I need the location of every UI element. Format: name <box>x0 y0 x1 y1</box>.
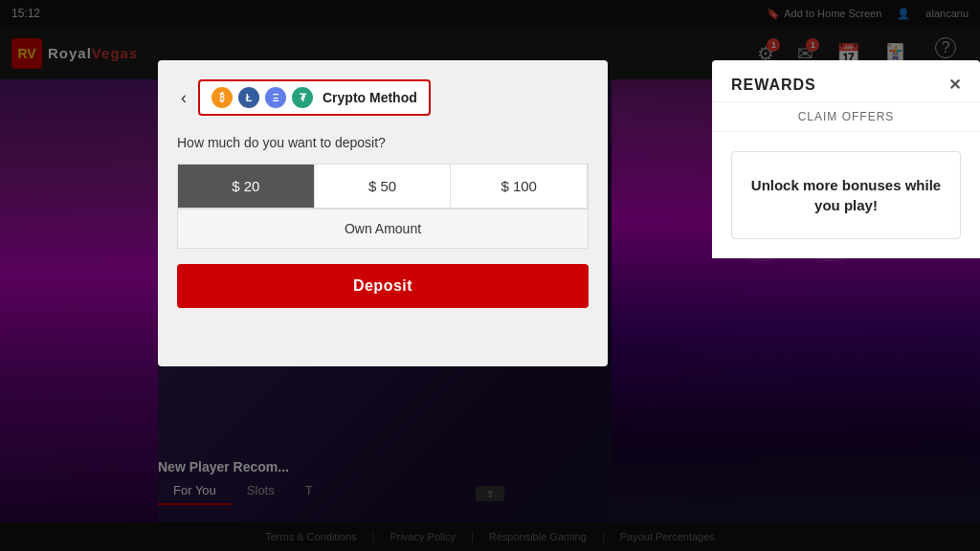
close-rewards-button[interactable]: ✕ <box>948 76 961 94</box>
rewards-title: REWARDS <box>731 77 816 94</box>
own-amount-button[interactable]: Own Amount <box>178 209 588 248</box>
modal-overlay: ‹ ₿ Ł Ξ ₮ Crypto Method How much do you … <box>0 0 980 551</box>
crypto-method-selector[interactable]: ₿ Ł Ξ ₮ Crypto Method <box>198 79 431 116</box>
ltc-icon: Ł <box>238 87 259 108</box>
amount-20-button[interactable]: $ 20 <box>178 165 315 209</box>
unlock-banner: Unlock more bonuses while you play! <box>731 151 961 239</box>
back-arrow-button[interactable]: ‹ <box>177 84 190 112</box>
amount-50-button[interactable]: $ 50 <box>315 165 452 209</box>
rewards-header: REWARDS ✕ <box>712 60 980 102</box>
deposit-modal: ‹ ₿ Ł Ξ ₮ Crypto Method How much do you … <box>158 60 608 366</box>
rewards-body: Unlock more bonuses while you play! <box>712 132 980 258</box>
eth-icon: Ξ <box>265 87 286 108</box>
claim-offers-tab[interactable]: CLAIM OFFERS <box>712 102 980 132</box>
rewards-panel: REWARDS ✕ CLAIM OFFERS Unlock more bonus… <box>712 60 980 258</box>
method-selector: ‹ ₿ Ł Ξ ₮ Crypto Method <box>177 79 589 116</box>
btc-icon: ₿ <box>212 87 233 108</box>
usdt-icon: ₮ <box>292 87 313 108</box>
amount-grid: $ 20 $ 50 $ 100 Own Amount <box>177 164 589 249</box>
crypto-method-label: Crypto Method <box>323 90 417 105</box>
deposit-button[interactable]: Deposit <box>177 264 589 308</box>
deposit-question: How much do you want to deposit? <box>177 135 589 150</box>
amount-100-button[interactable]: $ 100 <box>451 165 588 209</box>
